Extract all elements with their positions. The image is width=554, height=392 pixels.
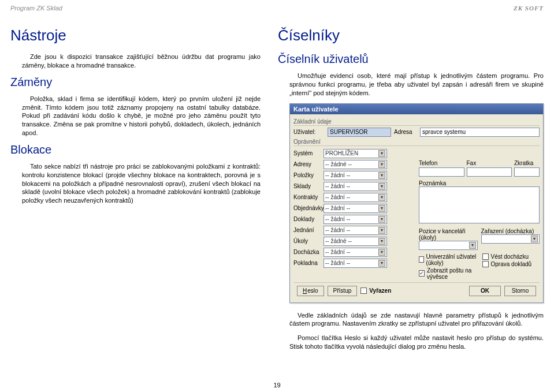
textarea-poznamka[interactable]	[419, 186, 540, 223]
input-fax[interactable]	[467, 167, 512, 177]
input-telefon[interactable]	[419, 167, 464, 177]
chevron-down-icon: ▾	[378, 172, 385, 179]
input-adresa[interactable]: spravce systemu	[420, 128, 540, 137]
page-header: Program ZK Sklad ZK SOFT	[10, 5, 544, 12]
dialog-button-bar: Heslo Přístup Vyřazen OK Storno	[293, 282, 540, 299]
select-pokladna[interactable]: -- žádní --▾	[324, 259, 387, 268]
checkbox-vest-dochazku[interactable]: Vést docházku	[482, 253, 540, 260]
chevron-down-icon: ▾	[378, 194, 385, 201]
select-polozky[interactable]: -- žádní --▾	[324, 171, 387, 180]
select-kontrakty[interactable]: -- žádní --▾	[324, 193, 387, 202]
select-objednavky[interactable]: -- žádní --▾	[324, 204, 387, 213]
label-dochazka: Docházka	[293, 249, 321, 255]
label-jednani: Jednání	[293, 227, 321, 233]
chevron-down-icon: ▾	[378, 227, 385, 234]
heading-ciselnik-uzivatelu: Číselník uživatelů	[278, 53, 544, 66]
chevron-down-icon: ▾	[378, 183, 385, 190]
label-objednavky: Objednávky	[293, 205, 321, 211]
select-jednani[interactable]: -- žádní --▾	[324, 226, 387, 235]
chevron-down-icon: ▾	[378, 260, 385, 267]
left-column: Nástroje Zde jsou k dispozici transakce …	[10, 22, 261, 357]
input-uzivatel[interactable]: SUPERVISOR	[328, 128, 391, 137]
chevron-down-icon: ▾	[469, 242, 476, 249]
right-column: Číselníky Číselník uživatelů Umožňuje ev…	[278, 22, 544, 357]
header-left: Program ZK Sklad	[10, 5, 62, 12]
dialog-karta-uzivatele: Karta uživatele Základní údaje Uživatel:…	[289, 103, 544, 303]
pristup-button[interactable]: Přístup	[328, 286, 358, 296]
select-adresy[interactable]: -- žádné --▾	[324, 160, 387, 169]
para-zameny: Položka, sklad i firma se identifikují k…	[10, 95, 261, 137]
checkbox-univerzalni[interactable]: Univerzální uživatel (úkoly)	[419, 253, 477, 266]
checkbox-vyrazen[interactable]: Vyřazen	[360, 288, 391, 294]
select-ukoly[interactable]: -- žádné --▾	[324, 237, 387, 246]
chevron-down-icon: ▾	[378, 249, 385, 256]
group-zakladni-udaje: Základní údaje	[293, 118, 540, 126]
chevron-down-icon: ▾	[378, 150, 385, 157]
chevron-down-icon: ▾	[378, 161, 385, 168]
chevron-down-icon: ▾	[378, 216, 385, 223]
heading-zameny: Záměny	[10, 76, 261, 89]
select-pozice[interactable]: ▾	[419, 241, 478, 250]
two-column-layout: Nástroje Zde jsou k dispozici transakce …	[10, 22, 544, 357]
para-po-dialogu-2: Pomocí tlačítka Heslo si každý uživatel …	[278, 334, 544, 351]
ok-button[interactable]: OK	[469, 286, 501, 296]
label-zarazeni: Zařazení (docházka)	[481, 228, 540, 234]
label-pozice: Pozice v kanceláři (úkoly)	[419, 228, 478, 241]
para-po-dialogu-1: Vedle základních údajů se zde nastavují …	[278, 311, 544, 328]
label-telefon: Telefon	[419, 160, 460, 166]
heading-nastroje: Nástroje	[10, 27, 261, 44]
permissions-right: Telefon Fax Zkratka Poznámka	[419, 147, 540, 280]
checkbox-zobrazit-postu[interactable]: Zobrazit poštu na vývěsce	[419, 267, 477, 280]
group-opravneni: Oprávnění	[293, 139, 540, 146]
chevron-down-icon: ▾	[378, 238, 385, 245]
label-sklady: Sklady	[293, 183, 321, 189]
select-doklady[interactable]: -- žádní --▾	[324, 215, 387, 224]
para-blokace: Tato sekce nabízí tři nástroje pro práci…	[10, 162, 261, 205]
label-polozky: Položky	[293, 172, 321, 178]
para-nastroje-intro: Zde jsou k dispozici transakce zajišťují…	[10, 53, 261, 70]
label-fax: Fax	[467, 160, 508, 166]
label-adresy: Adresy	[293, 161, 321, 167]
page-number: 19	[0, 382, 554, 389]
label-adresa: Adresa	[394, 129, 417, 135]
dialog-body: Základní údaje Uživatel: SUPERVISOR Adre…	[290, 114, 543, 303]
para-ciselnik-intro: Umožňuje evidenci osob, které mají příst…	[278, 72, 544, 98]
heading-blokace: Blokace	[10, 143, 261, 156]
permissions-left: SystémPROHLÍŽEN▾ Adresy-- žádné --▾ Polo…	[293, 147, 414, 280]
label-system: Systém	[293, 150, 321, 156]
select-system[interactable]: PROHLÍŽEN▾	[324, 149, 387, 158]
heading-ciselniky: Číselníky	[278, 27, 544, 44]
label-kontrakty: Kontrakty	[293, 194, 321, 200]
label-pokladna: Pokladna	[293, 260, 321, 266]
select-sklady[interactable]: -- žádní --▾	[324, 182, 387, 191]
input-zkratka[interactable]	[514, 167, 540, 177]
select-dochazka[interactable]: -- žádní --▾	[324, 248, 387, 257]
label-ukoly: Úkoly	[293, 238, 321, 244]
header-right: ZK SOFT	[514, 5, 544, 12]
storno-button[interactable]: Storno	[504, 286, 536, 296]
checkbox-oprava-dokladu[interactable]: Oprava dokladů	[482, 261, 540, 267]
heslo-button[interactable]: Heslo	[297, 286, 324, 296]
row-uzivatel: Uživatel: SUPERVISOR Adresa spravce syst…	[293, 128, 540, 137]
contacts-header: Telefon Fax Zkratka	[419, 160, 540, 166]
label-zkratka: Zkratka	[514, 160, 540, 166]
permissions-split: SystémPROHLÍŽEN▾ Adresy-- žádné --▾ Polo…	[293, 147, 540, 280]
chevron-down-icon: ▾	[531, 236, 538, 242]
chevron-down-icon: ▾	[378, 205, 385, 212]
label-uzivatel: Uživatel:	[293, 129, 325, 135]
label-poznamka: Poznámka	[419, 180, 540, 186]
select-zarazeni[interactable]: ▾	[481, 234, 540, 244]
label-doklady: Doklady	[293, 216, 321, 222]
dialog-titlebar: Karta uživatele	[290, 104, 543, 114]
